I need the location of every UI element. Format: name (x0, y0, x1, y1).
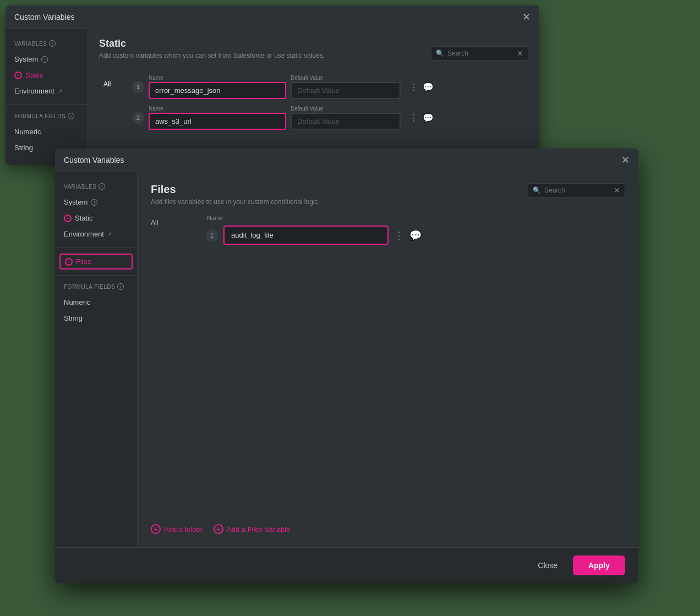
fg-sidebar-item-environment[interactable]: Environment ↗ (55, 226, 137, 242)
fg-numeric-label: Numeric (64, 298, 90, 306)
bg-var-row-1-comment-button[interactable]: 💬 (423, 82, 434, 92)
fg-files-content: Files Add files variables to use in your… (138, 172, 638, 547)
bg-var-row-1-name-group: Name (149, 75, 286, 99)
fg-close-button[interactable]: Close (529, 557, 566, 574)
bg-var-row-2-more-button[interactable]: ⋮ (409, 113, 418, 123)
fg-files-check-icon (65, 258, 73, 266)
fg-apply-button[interactable]: Apply (573, 556, 625, 575)
bg-sidebar-item-numeric[interactable]: Numeric (6, 124, 88, 140)
formula-info-icon[interactable]: i (68, 113, 74, 119)
bg-sidebar-item-system[interactable]: System i (6, 51, 88, 67)
bg-search-input[interactable] (447, 50, 513, 57)
static-check-icon (14, 72, 22, 79)
fg-add-files-variable-button[interactable]: + Add a Files Variable (214, 524, 290, 534)
fg-files-title: Files (151, 183, 320, 196)
bg-content-title: Static (99, 38, 325, 50)
fg-sidebar-item-numeric[interactable]: Numeric (55, 294, 137, 310)
bg-var-row-1-more-button[interactable]: ⋮ (409, 82, 418, 92)
fg-variables-section-label: VARIABLES i (55, 181, 137, 194)
string-label: String (14, 144, 33, 152)
fg-add-folder-icon: + (151, 524, 161, 534)
fg-modal-title: Custom Variables (64, 156, 124, 164)
fg-sidebar-item-system[interactable]: System i (55, 194, 137, 210)
static-label: Static (25, 71, 43, 79)
fg-system-info-icon[interactable]: i (91, 199, 97, 206)
fg-system-label: System (64, 198, 88, 206)
fg-search-clear-icon[interactable]: ✕ (614, 186, 620, 195)
bg-content-subtitle: Add custom variables which you can set f… (99, 52, 325, 59)
bg-modal-header: Custom Variables ✕ (6, 6, 539, 29)
fg-environment-label: Environment (64, 230, 104, 238)
bg-search-icon: 🔍 (436, 50, 444, 57)
bg-sidebar-item-environment[interactable]: Environment ↗ (6, 83, 88, 99)
bg-modal-close-button[interactable]: ✕ (522, 12, 531, 22)
fg-files-label: Files (76, 257, 91, 266)
environment-label: Environment (14, 87, 54, 95)
bg-var-row-2-name-group: Name (149, 106, 286, 130)
fg-files-col-header: Name (206, 215, 625, 221)
fg-files-rows: Name 1 ⋮ 💬 (206, 215, 625, 515)
fg-static-check-icon (64, 215, 72, 222)
fg-files-row-1-comment-button[interactable]: 💬 (409, 229, 422, 241)
bg-var-row-1-default-label: Default Value (291, 75, 401, 81)
fg-modal-header: Custom Variables ✕ (55, 148, 638, 172)
environment-external-icon: ↗ (58, 88, 62, 94)
bg-var-row-1-actions: ⋮ 💬 (409, 82, 434, 92)
bg-sidebar-item-static[interactable]: Static (6, 67, 88, 83)
bg-content-area: Static Add custom variables which you ca… (88, 29, 539, 165)
system-info-icon[interactable]: i (41, 56, 48, 63)
bg-var-row-1-name-input[interactable] (149, 82, 286, 99)
fg-files-row-1-more-button[interactable]: ⋮ (394, 229, 404, 241)
fg-sidebar-item-files[interactable]: Files (59, 254, 133, 270)
fg-add-files-icon: + (214, 524, 223, 534)
variables-info-icon[interactable]: i (49, 40, 56, 47)
fg-modal-close-button[interactable]: ✕ (621, 155, 630, 165)
fg-environment-external-icon: ↗ (107, 231, 112, 237)
fg-sidebar: VARIABLES i System i Static Environment … (55, 172, 138, 547)
bg-formula-section-label: FORMULA FIELDS i (6, 111, 88, 124)
bg-modal-body: VARIABLES i System i Static Environment … (6, 29, 539, 165)
bg-var-row-2-actions: ⋮ 💬 (409, 113, 434, 123)
bg-search-clear-icon[interactable]: ✕ (517, 49, 523, 58)
bg-content-header-text: Static Add custom variables which you ca… (99, 38, 325, 68)
fg-files-table: All Name 1 ⋮ 💬 (151, 215, 625, 515)
bg-vars-container: All 1 Name Default Value (99, 75, 528, 136)
bg-modal-title: Custom Variables (14, 13, 74, 21)
fg-files-header-text: Files Add files variables to use in your… (151, 183, 320, 206)
fg-formula-info-icon[interactable]: i (117, 283, 124, 290)
bg-var-row-1-fields: 1 Name Default Value ⋮ 💬 (132, 75, 528, 99)
fg-static-label: Static (75, 214, 93, 222)
bg-sidebar-divider (6, 105, 88, 105)
fg-modal-footer: Close Apply (55, 547, 638, 583)
fg-search-icon: 🔍 (533, 186, 541, 194)
bg-search-box: 🔍 ✕ (431, 46, 528, 61)
fg-files-row-1-name-input[interactable] (223, 226, 389, 245)
bg-var-row-2-comment-button[interactable]: 💬 (423, 113, 434, 123)
fg-formula-section-label: FORMULA FIELDS i (55, 281, 137, 294)
bg-filter-all[interactable]: All (99, 77, 132, 91)
bg-var-row-2-default-group: Default Value (291, 106, 401, 130)
numeric-label: Numeric (14, 128, 41, 136)
bg-variables-section-label: VARIABLES i (6, 38, 88, 51)
fg-sidebar-item-static[interactable]: Static (55, 210, 137, 226)
bg-var-row-2-default-input[interactable] (291, 113, 401, 130)
foreground-modal: Custom Variables ✕ VARIABLES i System i … (55, 148, 638, 583)
fg-variables-info-icon[interactable]: i (99, 183, 105, 190)
bg-var-row-1-num: 1 (132, 81, 144, 93)
fg-search-box: 🔍 ✕ (528, 183, 625, 197)
fg-modal-body: VARIABLES i System i Static Environment … (55, 172, 638, 547)
fg-files-row-1-actions: ⋮ 💬 (394, 229, 422, 241)
fg-sidebar-divider2 (55, 275, 137, 276)
bg-var-row-1-name-label: Name (149, 75, 286, 81)
bg-var-row-2-name-input[interactable] (149, 113, 286, 130)
fg-add-folder-button[interactable]: + Add a folder (151, 524, 203, 534)
fg-sidebar-item-string[interactable]: String (55, 310, 137, 326)
fg-files-row-1: 1 ⋮ 💬 (206, 226, 625, 245)
system-label: System (14, 55, 38, 63)
fg-add-files-label: Add a Files Variable (227, 525, 290, 534)
fg-files-all-label[interactable]: All (151, 219, 206, 227)
fg-search-input[interactable] (544, 186, 610, 194)
fg-files-row-1-num: 1 (206, 229, 218, 241)
bg-var-row-1-default-input[interactable] (291, 82, 401, 99)
bg-var-row-1-default-group: Default Value (291, 75, 401, 99)
